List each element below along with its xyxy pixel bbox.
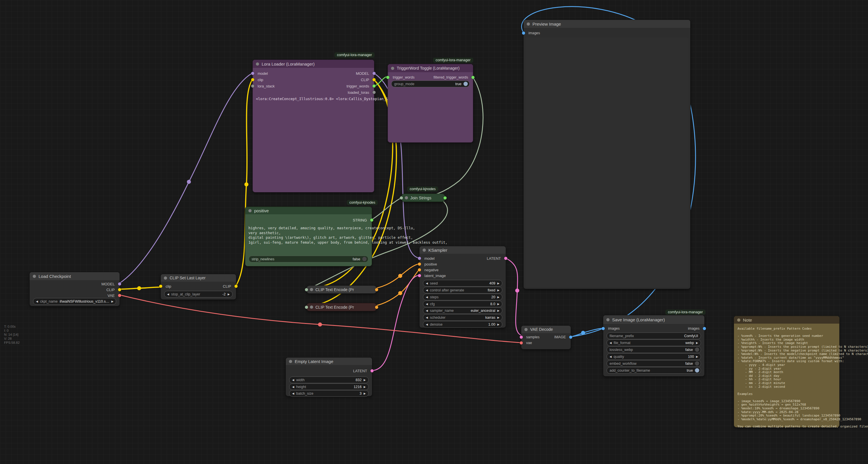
increment-arrow[interactable]: ▶: [111, 300, 113, 303]
decrement-arrow[interactable]: ◀: [426, 296, 428, 298]
node-titlebar[interactable]: Preview Image: [524, 20, 690, 28]
widget-width[interactable]: ◀ width 832 ▶: [289, 377, 369, 383]
decrement-arrow[interactable]: ◀: [36, 300, 38, 303]
increment-arrow[interactable]: ▶: [364, 392, 366, 395]
collapse-dot[interactable]: [164, 277, 167, 280]
reroute-dot[interactable]: [318, 322, 322, 326]
node-vae-decode[interactable]: VAE Decode samples IMAGE vae: [521, 325, 571, 349]
slot-dot-image-out[interactable]: [569, 336, 572, 339]
toggle-circle[interactable]: [695, 361, 699, 366]
widget-scheduler[interactable]: ◀ scheduler karras ▶: [423, 314, 502, 321]
reroute-dot[interactable]: [137, 286, 141, 290]
slot-dot-lora-stack[interactable]: [251, 85, 254, 88]
node-triggerword-toggle[interactable]: TriggerWord Toggle (LoraManager) trigger…: [388, 64, 473, 143]
collapse-dot[interactable]: [405, 196, 408, 199]
toggle-circle[interactable]: [695, 368, 699, 373]
reroute-dot[interactable]: [515, 289, 519, 293]
slot-dot-latent-image[interactable]: [418, 274, 421, 277]
increment-arrow[interactable]: ▶: [497, 309, 499, 312]
increment-arrow[interactable]: ▶: [228, 293, 230, 296]
node-titlebar[interactable]: CLIP Set Last Layer: [161, 274, 236, 282]
widget-denoise[interactable]: ◀ denoise 1.00 ▶: [423, 321, 502, 328]
node-titlebar[interactable]: Load Checkpoint: [30, 272, 120, 280]
slot-dot-model[interactable]: [118, 283, 121, 286]
slot-dot-model[interactable]: [251, 72, 254, 75]
widget-cfg[interactable]: ◀ cfg 8.0 ▶: [423, 300, 502, 307]
widget-ckpt-name[interactable]: ◀ ckpt_name il\waiNSFWIllustrious_v110.s…: [33, 298, 116, 304]
node-titlebar[interactable]: positive: [245, 207, 372, 214]
widget-embed-workflow[interactable]: embed_workflow false: [607, 360, 701, 367]
slot-dot-positive[interactable]: [418, 263, 421, 266]
slot-dot-filtered-out[interactable]: [471, 76, 475, 79]
toggle-circle[interactable]: [362, 257, 367, 261]
slot-dot-clip-out[interactable]: [235, 285, 238, 288]
reroute-dot[interactable]: [398, 291, 402, 295]
node-ksampler[interactable]: KSampler model positive negative latent_…: [419, 246, 506, 328]
node-titlebar[interactable]: Note: [734, 316, 839, 324]
slot-dot-images-in[interactable]: [602, 327, 605, 330]
increment-arrow[interactable]: ▶: [696, 355, 698, 358]
slot-dot-loaded-loras[interactable]: [373, 91, 376, 94]
slot-dot-conditioning-out[interactable]: [375, 288, 378, 291]
increment-arrow[interactable]: ▶: [497, 282, 499, 285]
collapse-dot[interactable]: [310, 306, 313, 309]
increment-arrow[interactable]: ▶: [364, 379, 366, 381]
widget-quality[interactable]: ◀ quality 100 ▶: [607, 353, 701, 360]
decrement-arrow[interactable]: ◀: [426, 282, 428, 285]
slot-dot-string-out[interactable]: [444, 196, 447, 199]
toggle-circle[interactable]: [463, 82, 468, 86]
slot-dot-inputs[interactable]: [305, 306, 308, 309]
node-lora-loader[interactable]: Lora Loader (LoraManager) model clip lor…: [252, 60, 374, 193]
collapse-dot[interactable]: [423, 249, 426, 252]
collapse-dot[interactable]: [248, 209, 252, 212]
node-titlebar[interactable]: Empty Latent Image: [286, 357, 372, 365]
prompt-text[interactable]: highres, very detailed, amazing quality,…: [248, 226, 447, 245]
increment-arrow[interactable]: ▶: [696, 342, 698, 344]
node-titlebar[interactable]: Lora Loader (LoraManager): [253, 60, 374, 68]
widget-file-format[interactable]: ◀ file_format webp ▶: [607, 340, 701, 346]
slot-dot-clip[interactable]: [251, 78, 254, 81]
slot-dot-model-out[interactable]: [373, 72, 376, 75]
decrement-arrow[interactable]: ◀: [292, 385, 294, 388]
decrement-arrow[interactable]: ◀: [426, 316, 428, 319]
node-graph-canvas[interactable]: comfyui-lora-manager comfyui-lora-manage…: [0, 0, 868, 464]
slot-dot-negative[interactable]: [418, 268, 421, 271]
node-empty-latent-image[interactable]: Empty Latent Image LATENT ◀ width 832 ▶ …: [285, 357, 372, 397]
node-titlebar[interactable]: KSampler: [420, 246, 506, 254]
widget-add-counter-to-filename[interactable]: add_counter_to_filename true: [607, 367, 701, 374]
reroute-dot[interactable]: [187, 180, 191, 184]
slot-dot-images-out[interactable]: [703, 327, 706, 330]
node-clip-text-encode-negative[interactable]: CLIP Text Encode (Pr: [306, 303, 377, 311]
node-preview-image[interactable]: Preview Image images: [523, 20, 691, 289]
reroute-dot[interactable]: [244, 182, 248, 186]
widget-height[interactable]: ◀ height 1216 ▶: [289, 383, 369, 390]
widget-steps[interactable]: ◀ steps 20 ▶: [423, 294, 502, 300]
toggle-circle[interactable]: [695, 348, 699, 352]
slot-dot-latent-out[interactable]: [371, 369, 374, 373]
increment-arrow[interactable]: ▶: [497, 323, 499, 326]
node-titlebar[interactable]: Save Image (LoraManager): [603, 315, 704, 324]
slot-dot-clip-out[interactable]: [373, 78, 376, 81]
node-save-image[interactable]: Save Image (LoraManager) images images f…: [603, 315, 705, 377]
slot-dot-vae[interactable]: [520, 342, 523, 345]
collapse-dot[interactable]: [524, 328, 528, 331]
collapse-dot[interactable]: [310, 288, 313, 291]
slot-dot-strings-in[interactable]: [400, 196, 403, 199]
increment-arrow[interactable]: ▶: [497, 296, 499, 298]
node-clip-text-encode-positive[interactable]: CLIP Text Encode (Pr: [306, 285, 377, 294]
widget-seed[interactable]: ◀ seed 409 ▶: [423, 280, 502, 287]
slot-dot-clip-in[interactable]: [159, 285, 162, 288]
widget-sampler-name[interactable]: ◀ sampler_name euler_ancestral ▶: [423, 307, 502, 314]
slot-dot-conditioning-out[interactable]: [375, 306, 378, 309]
node-note[interactable]: Note Available filename_prefix Pattern C…: [734, 316, 840, 428]
slot-dot-trigger-words-in[interactable]: [386, 76, 390, 79]
decrement-arrow[interactable]: ◀: [292, 379, 294, 381]
widget-group-mode[interactable]: group_mode true: [391, 81, 469, 87]
reroute-dot[interactable]: [398, 274, 402, 278]
collapse-dot[interactable]: [607, 318, 610, 321]
decrement-arrow[interactable]: ◀: [610, 355, 612, 358]
node-titlebar[interactable]: VAE Decode: [521, 326, 571, 333]
decrement-arrow[interactable]: ◀: [426, 309, 428, 312]
decrement-arrow[interactable]: ◀: [426, 289, 428, 292]
slot-dot-trigger-words[interactable]: [373, 85, 376, 88]
